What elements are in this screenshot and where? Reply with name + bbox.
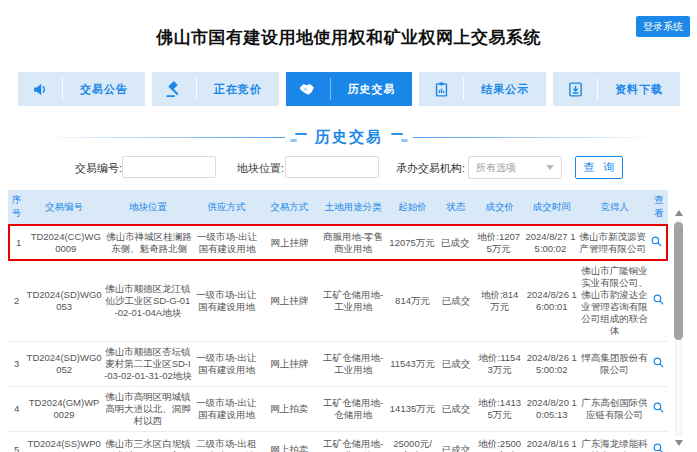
cell-start-price: 814万元 — [388, 291, 437, 311]
cell-deal-time: 2024/8/20 10:05:13 — [524, 393, 579, 425]
view-button[interactable] — [649, 438, 667, 452]
agency-label: 承办交易机构: — [396, 161, 465, 176]
cell-winner: 佛山市新茂源资产管理有限公司 — [578, 227, 648, 259]
divider-line-left — [40, 137, 285, 138]
col-supply-method: 供应方式 — [193, 197, 260, 218]
tab-label: 资料下载 — [598, 82, 680, 97]
cell-supply-method: 一级市场-出让 国有建设用地 — [194, 227, 261, 259]
col-status: 状态 — [437, 197, 475, 218]
col-no: 序号 — [8, 190, 25, 224]
cell-winner: 广东高创国际供应链有限公司 — [579, 393, 649, 425]
view-button[interactable] — [648, 231, 666, 255]
tab-label: 结果公示 — [464, 82, 546, 97]
tab-transaction-announcements[interactable]: 交易公告 — [18, 72, 145, 106]
cell-trade-method: 网上挂牌 — [260, 354, 318, 374]
cell-trade-method: 网上挂牌 — [261, 233, 319, 253]
col-deal-time: 成交时间 — [524, 197, 579, 218]
section-header: 历史交易 — [40, 127, 658, 147]
cell-deal-time: 2024/8/27 15:00:02 — [523, 227, 578, 259]
scrollbar-thumb[interactable] — [674, 222, 683, 340]
cell-transaction-id: TD2024(GM)WP0029 — [25, 393, 103, 425]
table-scrollbar — [673, 208, 684, 448]
col-deal-price: 成交价 — [475, 197, 524, 218]
tab-results-publicity[interactable]: 结果公示 — [419, 72, 546, 106]
col-trade-method: 交易方式 — [260, 197, 318, 218]
history-table: 序号 交易编号 地块位置 供应方式 交易方式 土地用途分类 起始价 状态 成交价… — [8, 190, 668, 452]
section-title: 历史交易 — [315, 128, 383, 147]
col-land-use: 土地用途分类 — [318, 197, 388, 218]
cell-land-use: 工矿仓储用地-仓储用地 — [318, 393, 388, 425]
cell-status: 已成交 — [437, 291, 475, 311]
cell-no: 5 — [8, 440, 25, 452]
arrow-up-icon[interactable] — [675, 210, 683, 216]
location-input[interactable] — [285, 156, 379, 178]
caret-down-icon — [546, 165, 554, 170]
gavel-icon — [152, 81, 196, 98]
tab-current-bidding[interactable]: 正在竞价 — [152, 72, 279, 106]
cell-land-use: 工矿仓储用地-工业用地 — [318, 434, 388, 452]
magnifier-icon — [650, 235, 663, 251]
title-deco-right — [391, 132, 408, 143]
agency-select[interactable]: 所有选项 — [468, 156, 562, 179]
cell-status: 已成交 — [436, 233, 474, 253]
cell-deal-price: 地价:11543万元 — [475, 348, 524, 380]
table-header-row: 序号 交易编号 地块位置 供应方式 交易方式 土地用途分类 起始价 状态 成交价… — [8, 190, 668, 224]
megaphone-icon — [18, 81, 62, 98]
col-transaction-id: 交易编号 — [25, 197, 103, 218]
tab-label: 交易公告 — [63, 82, 145, 97]
transaction-no-input[interactable] — [122, 156, 216, 178]
col-view: 查看 — [649, 190, 667, 224]
cell-transaction-id: TD2024(SD)WG0053 — [25, 285, 103, 317]
cell-status: 已成交 — [437, 354, 475, 374]
cell-supply-method: 一级市场-出让 国有建设用地 — [193, 393, 260, 425]
cell-start-price: 14135万元 — [388, 399, 437, 419]
tab-downloads[interactable]: 资料下载 — [553, 72, 680, 106]
title-deco-left — [290, 132, 307, 143]
col-location: 地块位置 — [103, 197, 193, 218]
table-row[interactable]: 2 TD2024(SD)WG0053 佛山市顺德区龙江镇仙沙工业区SD-G-01… — [8, 261, 668, 342]
cell-transaction-id: TD2024(SD)WG0052 — [25, 348, 103, 380]
view-button[interactable] — [649, 397, 667, 421]
cell-deal-price: 地价:25000元/亩-年 — [475, 434, 524, 452]
cell-trade-method: 网上挂牌 — [260, 291, 318, 311]
cell-location: 佛山市顺德区龙江镇仙沙工业区SD-G-01-02-01-04A地块 — [103, 279, 193, 323]
tab-label: 历史交易 — [331, 82, 413, 97]
cell-deal-time: 2024/8/26 15:00:02 — [524, 348, 579, 380]
cell-location: 佛山市顺德区杏坛镇麦村第二工业区SD-I-03-02-01-31-02地块 — [103, 342, 193, 386]
arrow-down-icon[interactable] — [675, 440, 683, 446]
col-start-price: 起始价 — [388, 197, 437, 218]
transaction-no-label: 交易编号: — [75, 161, 122, 176]
cell-winner: 广东海龙绿能科技有限公司 — [579, 434, 649, 452]
magnifier-icon — [652, 401, 665, 417]
cell-supply-method: 一级市场-出让 国有建设用地 — [193, 285, 260, 317]
cell-start-price: 25000元/亩-年 — [388, 434, 437, 452]
handshake-icon — [286, 80, 330, 99]
table-row[interactable]: 4 TD2024(GM)WP0029 佛山市高明区明城镇高明大道以北、洞脚村以西… — [8, 387, 668, 432]
table-row[interactable]: 3 TD2024(SD)WG0052 佛山市顺德区杏坛镇麦村第二工业区SD-I-… — [8, 342, 668, 387]
magnifier-icon — [652, 442, 665, 452]
cell-status: 已成交 — [437, 399, 475, 419]
magnifier-icon — [652, 356, 665, 372]
cell-status: 已成交 — [437, 440, 475, 452]
agency-selected-value: 所有选项 — [476, 161, 516, 175]
cell-location: 佛山市三水区白坭镇聚龙湾A区11号之一 — [103, 434, 193, 452]
cell-no: 4 — [8, 399, 25, 419]
view-button[interactable] — [649, 289, 667, 313]
cell-trade-method: 网上拍卖 — [260, 440, 318, 452]
table-body: 1 TD2024(CC)WG0009 佛山市禅城区桂澜路东侧、魁奇路北侧 一级市… — [8, 224, 668, 452]
table-row[interactable]: 5 TD2024(SS)WP0026 佛山市三水区白坭镇聚龙湾A区11号之一 二… — [8, 432, 668, 452]
download-icon — [553, 81, 597, 98]
cell-deal-price: 地价:14135万元 — [475, 393, 524, 425]
filter-bar: 交易编号: 地块位置: 承办交易机构: 所有选项 查 询 — [0, 155, 697, 181]
cell-location: 佛山市高明区明城镇高明大道以北、洞脚村以西 — [103, 387, 193, 431]
view-button[interactable] — [649, 352, 667, 376]
page: 登录系统 佛山市国有建设用地使用权和矿业权网上交易系统 交易公告 正在竞价 历史… — [0, 0, 697, 452]
tab-historical-transactions[interactable]: 历史交易 — [286, 72, 413, 106]
location-label: 地块位置: — [237, 161, 284, 176]
search-button[interactable]: 查 询 — [575, 156, 623, 179]
cell-winner: 悍高集团股份有限公司 — [579, 348, 649, 380]
magnifier-icon — [652, 293, 665, 309]
cell-transaction-id: TD2024(CC)WG0009 — [27, 227, 104, 259]
table-row[interactable]: 1 TD2024(CC)WG0009 佛山市禅城区桂澜路东侧、魁奇路北侧 一级市… — [8, 224, 668, 261]
cell-deal-time: 2024/8/16 14:35:08 — [524, 434, 579, 452]
